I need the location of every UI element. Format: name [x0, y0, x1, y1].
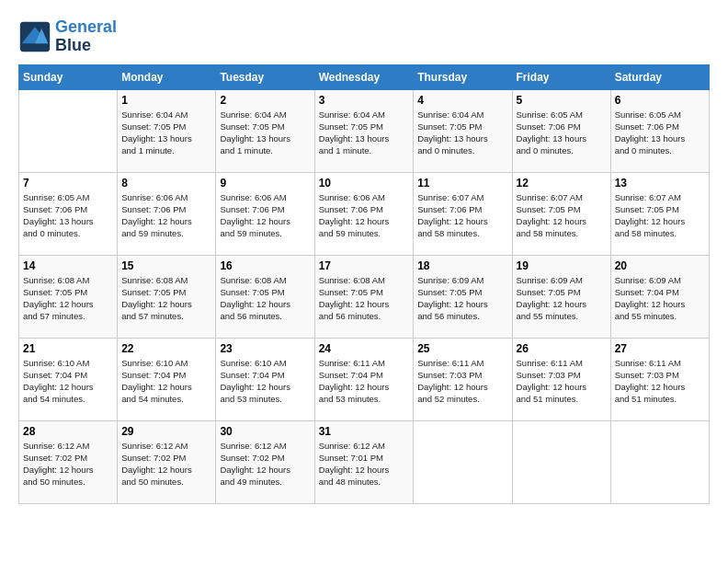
calendar-cell: 20Sunrise: 6:09 AMSunset: 7:04 PMDayligh…: [610, 255, 709, 338]
day-number: 1: [121, 94, 211, 107]
cell-info: Sunrise: 6:07 AMSunset: 7:05 PMDaylight:…: [517, 191, 607, 240]
calendar-cell: 13Sunrise: 6:07 AMSunset: 7:05 PMDayligh…: [610, 172, 709, 255]
cell-info: Sunrise: 6:09 AMSunset: 7:04 PMDaylight:…: [615, 274, 705, 323]
column-header-friday: Friday: [512, 64, 610, 89]
day-number: 29: [121, 425, 211, 438]
calendar-cell: 15Sunrise: 6:08 AMSunset: 7:05 PMDayligh…: [118, 255, 216, 338]
cell-info: Sunrise: 6:11 AMSunset: 7:03 PMDaylight:…: [615, 357, 705, 406]
day-number: 10: [319, 177, 410, 190]
calendar-cell: 7Sunrise: 6:05 AMSunset: 7:06 PMDaylight…: [19, 172, 118, 255]
day-number: 23: [220, 342, 310, 355]
day-number: 13: [615, 177, 705, 190]
calendar-cell: 11Sunrise: 6:07 AMSunset: 7:06 PMDayligh…: [414, 172, 512, 255]
day-number: 6: [615, 94, 705, 107]
calendar-cell: 31Sunrise: 6:12 AMSunset: 7:01 PMDayligh…: [314, 420, 414, 503]
column-header-tuesday: Tuesday: [216, 64, 314, 89]
calendar-cell: [19, 89, 118, 172]
cell-info: Sunrise: 6:04 AMSunset: 7:05 PMDaylight:…: [121, 109, 211, 157]
cell-info: Sunrise: 6:05 AMSunset: 7:06 PMDaylight:…: [615, 109, 705, 157]
calendar-table: SundayMondayTuesdayWednesdayThursdayFrid…: [18, 64, 710, 504]
calendar-cell: 29Sunrise: 6:12 AMSunset: 7:02 PMDayligh…: [118, 420, 216, 503]
day-number: 7: [23, 177, 113, 190]
logo-icon: [18, 20, 51, 53]
calendar-week-row: 7Sunrise: 6:05 AMSunset: 7:06 PMDaylight…: [19, 172, 710, 255]
calendar-cell: [610, 420, 709, 503]
cell-info: Sunrise: 6:06 AMSunset: 7:06 PMDaylight:…: [319, 191, 410, 240]
calendar-cell: 10Sunrise: 6:06 AMSunset: 7:06 PMDayligh…: [314, 172, 414, 255]
calendar-week-row: 21Sunrise: 6:10 AMSunset: 7:04 PMDayligh…: [19, 338, 710, 420]
cell-info: Sunrise: 6:05 AMSunset: 7:06 PMDaylight:…: [23, 191, 113, 240]
day-number: 16: [220, 259, 310, 272]
cell-info: Sunrise: 6:06 AMSunset: 7:06 PMDaylight:…: [121, 191, 211, 240]
day-number: 26: [517, 342, 607, 355]
column-header-thursday: Thursday: [414, 64, 512, 89]
cell-info: Sunrise: 6:04 AMSunset: 7:05 PMDaylight:…: [220, 109, 310, 157]
day-number: 14: [23, 259, 113, 272]
calendar-header-row: SundayMondayTuesdayWednesdayThursdayFrid…: [19, 64, 710, 89]
calendar-cell: 14Sunrise: 6:08 AMSunset: 7:05 PMDayligh…: [19, 255, 118, 338]
cell-info: Sunrise: 6:11 AMSunset: 7:04 PMDaylight:…: [319, 357, 410, 406]
cell-info: Sunrise: 6:09 AMSunset: 7:05 PMDaylight:…: [517, 274, 607, 323]
calendar-cell: 19Sunrise: 6:09 AMSunset: 7:05 PMDayligh…: [512, 255, 610, 338]
day-number: 28: [23, 425, 113, 438]
cell-info: Sunrise: 6:08 AMSunset: 7:05 PMDaylight:…: [220, 274, 310, 323]
column-header-saturday: Saturday: [610, 64, 709, 89]
calendar-cell: 28Sunrise: 6:12 AMSunset: 7:02 PMDayligh…: [19, 420, 118, 503]
logo-text: General Blue: [55, 18, 117, 55]
day-number: 11: [417, 177, 507, 190]
day-number: 8: [121, 177, 211, 190]
calendar-cell: [414, 420, 512, 503]
day-number: 19: [517, 259, 607, 272]
cell-info: Sunrise: 6:06 AMSunset: 7:06 PMDaylight:…: [220, 191, 310, 240]
day-number: 20: [615, 259, 705, 272]
cell-info: Sunrise: 6:10 AMSunset: 7:04 PMDaylight:…: [23, 357, 113, 406]
cell-info: Sunrise: 6:12 AMSunset: 7:02 PMDaylight:…: [121, 440, 211, 488]
calendar-cell: 24Sunrise: 6:11 AMSunset: 7:04 PMDayligh…: [314, 338, 414, 420]
calendar-cell: 4Sunrise: 6:04 AMSunset: 7:05 PMDaylight…: [414, 89, 512, 172]
calendar-week-row: 14Sunrise: 6:08 AMSunset: 7:05 PMDayligh…: [19, 255, 710, 338]
calendar-cell: 26Sunrise: 6:11 AMSunset: 7:03 PMDayligh…: [512, 338, 610, 420]
calendar-week-row: 28Sunrise: 6:12 AMSunset: 7:02 PMDayligh…: [19, 420, 710, 503]
day-number: 21: [23, 342, 113, 355]
cell-info: Sunrise: 6:12 AMSunset: 7:01 PMDaylight:…: [319, 440, 410, 488]
day-number: 30: [220, 425, 310, 438]
column-header-sunday: Sunday: [19, 64, 118, 89]
calendar-cell: 21Sunrise: 6:10 AMSunset: 7:04 PMDayligh…: [19, 338, 118, 420]
cell-info: Sunrise: 6:04 AMSunset: 7:05 PMDaylight:…: [319, 109, 410, 157]
day-number: 2: [220, 94, 310, 107]
calendar-cell: 23Sunrise: 6:10 AMSunset: 7:04 PMDayligh…: [216, 338, 314, 420]
calendar-cell: [512, 420, 610, 503]
day-number: 5: [517, 94, 607, 107]
calendar-week-row: 1Sunrise: 6:04 AMSunset: 7:05 PMDaylight…: [19, 89, 710, 172]
day-number: 17: [319, 259, 410, 272]
cell-info: Sunrise: 6:09 AMSunset: 7:05 PMDaylight:…: [417, 274, 507, 323]
calendar-cell: 25Sunrise: 6:11 AMSunset: 7:03 PMDayligh…: [414, 338, 512, 420]
cell-info: Sunrise: 6:07 AMSunset: 7:06 PMDaylight:…: [417, 191, 507, 240]
calendar-cell: 17Sunrise: 6:08 AMSunset: 7:05 PMDayligh…: [314, 255, 414, 338]
day-number: 25: [417, 342, 507, 355]
cell-info: Sunrise: 6:12 AMSunset: 7:02 PMDaylight:…: [23, 440, 113, 488]
day-number: 27: [615, 342, 705, 355]
cell-info: Sunrise: 6:11 AMSunset: 7:03 PMDaylight:…: [417, 357, 507, 406]
cell-info: Sunrise: 6:08 AMSunset: 7:05 PMDaylight:…: [121, 274, 211, 323]
calendar-cell: 22Sunrise: 6:10 AMSunset: 7:04 PMDayligh…: [118, 338, 216, 420]
cell-info: Sunrise: 6:11 AMSunset: 7:03 PMDaylight:…: [517, 357, 607, 406]
calendar-cell: 16Sunrise: 6:08 AMSunset: 7:05 PMDayligh…: [216, 255, 314, 338]
calendar-cell: 27Sunrise: 6:11 AMSunset: 7:03 PMDayligh…: [610, 338, 709, 420]
column-header-wednesday: Wednesday: [314, 64, 414, 89]
day-number: 31: [319, 425, 410, 438]
calendar-cell: 5Sunrise: 6:05 AMSunset: 7:06 PMDaylight…: [512, 89, 610, 172]
day-number: 4: [417, 94, 507, 107]
calendar-cell: 30Sunrise: 6:12 AMSunset: 7:02 PMDayligh…: [216, 420, 314, 503]
cell-info: Sunrise: 6:10 AMSunset: 7:04 PMDaylight:…: [121, 357, 211, 406]
day-number: 18: [417, 259, 507, 272]
day-number: 22: [121, 342, 211, 355]
day-number: 24: [319, 342, 410, 355]
cell-info: Sunrise: 6:10 AMSunset: 7:04 PMDaylight:…: [220, 357, 310, 406]
cell-info: Sunrise: 6:04 AMSunset: 7:05 PMDaylight:…: [417, 109, 507, 157]
page-header: General Blue: [18, 18, 710, 55]
calendar-cell: 2Sunrise: 6:04 AMSunset: 7:05 PMDaylight…: [216, 89, 314, 172]
cell-info: Sunrise: 6:08 AMSunset: 7:05 PMDaylight:…: [319, 274, 410, 323]
cell-info: Sunrise: 6:07 AMSunset: 7:05 PMDaylight:…: [615, 191, 705, 240]
calendar-cell: 6Sunrise: 6:05 AMSunset: 7:06 PMDaylight…: [610, 89, 709, 172]
